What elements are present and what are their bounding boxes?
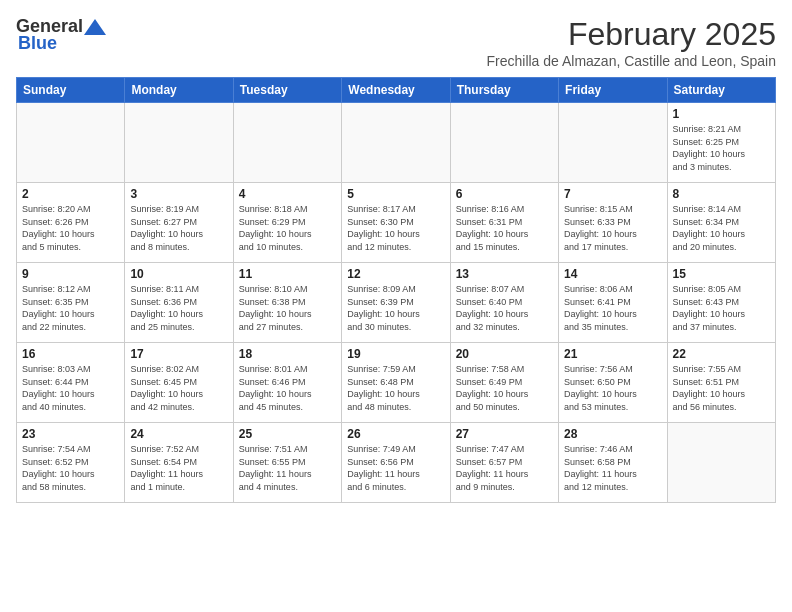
day-info: Sunrise: 7:56 AM Sunset: 6:50 PM Dayligh… — [564, 363, 661, 413]
day-number: 16 — [22, 347, 119, 361]
day-number: 9 — [22, 267, 119, 281]
day-info: Sunrise: 8:06 AM Sunset: 6:41 PM Dayligh… — [564, 283, 661, 333]
calendar-cell: 9Sunrise: 8:12 AM Sunset: 6:35 PM Daylig… — [17, 263, 125, 343]
day-info: Sunrise: 7:59 AM Sunset: 6:48 PM Dayligh… — [347, 363, 444, 413]
day-number: 27 — [456, 427, 553, 441]
day-number: 15 — [673, 267, 770, 281]
calendar-cell: 5Sunrise: 8:17 AM Sunset: 6:30 PM Daylig… — [342, 183, 450, 263]
day-number: 8 — [673, 187, 770, 201]
title-block: February 2025 Frechilla de Almazan, Cast… — [486, 16, 776, 69]
day-number: 3 — [130, 187, 227, 201]
day-number: 14 — [564, 267, 661, 281]
calendar-cell: 7Sunrise: 8:15 AM Sunset: 6:33 PM Daylig… — [559, 183, 667, 263]
day-info: Sunrise: 8:05 AM Sunset: 6:43 PM Dayligh… — [673, 283, 770, 333]
calendar-cell: 11Sunrise: 8:10 AM Sunset: 6:38 PM Dayli… — [233, 263, 341, 343]
day-number: 22 — [673, 347, 770, 361]
calendar-header-saturday: Saturday — [667, 78, 775, 103]
day-number: 2 — [22, 187, 119, 201]
calendar-cell: 6Sunrise: 8:16 AM Sunset: 6:31 PM Daylig… — [450, 183, 558, 263]
calendar-cell: 8Sunrise: 8:14 AM Sunset: 6:34 PM Daylig… — [667, 183, 775, 263]
day-info: Sunrise: 7:51 AM Sunset: 6:55 PM Dayligh… — [239, 443, 336, 493]
day-info: Sunrise: 7:47 AM Sunset: 6:57 PM Dayligh… — [456, 443, 553, 493]
calendar-cell: 1Sunrise: 8:21 AM Sunset: 6:25 PM Daylig… — [667, 103, 775, 183]
calendar-cell: 4Sunrise: 8:18 AM Sunset: 6:29 PM Daylig… — [233, 183, 341, 263]
calendar-header-thursday: Thursday — [450, 78, 558, 103]
day-info: Sunrise: 7:58 AM Sunset: 6:49 PM Dayligh… — [456, 363, 553, 413]
day-info: Sunrise: 8:10 AM Sunset: 6:38 PM Dayligh… — [239, 283, 336, 333]
day-number: 24 — [130, 427, 227, 441]
logo: General Blue — [16, 16, 107, 54]
calendar-cell — [125, 103, 233, 183]
day-number: 4 — [239, 187, 336, 201]
day-info: Sunrise: 8:07 AM Sunset: 6:40 PM Dayligh… — [456, 283, 553, 333]
day-info: Sunrise: 8:17 AM Sunset: 6:30 PM Dayligh… — [347, 203, 444, 253]
day-info: Sunrise: 8:19 AM Sunset: 6:27 PM Dayligh… — [130, 203, 227, 253]
day-number: 26 — [347, 427, 444, 441]
calendar-cell: 18Sunrise: 8:01 AM Sunset: 6:46 PM Dayli… — [233, 343, 341, 423]
calendar-cell: 22Sunrise: 7:55 AM Sunset: 6:51 PM Dayli… — [667, 343, 775, 423]
calendar-cell: 15Sunrise: 8:05 AM Sunset: 6:43 PM Dayli… — [667, 263, 775, 343]
day-number: 10 — [130, 267, 227, 281]
logo-blue-text: Blue — [16, 33, 57, 54]
calendar-cell — [667, 423, 775, 503]
day-number: 5 — [347, 187, 444, 201]
month-title: February 2025 — [486, 16, 776, 53]
calendar-cell: 17Sunrise: 8:02 AM Sunset: 6:45 PM Dayli… — [125, 343, 233, 423]
day-number: 20 — [456, 347, 553, 361]
calendar-cell: 21Sunrise: 7:56 AM Sunset: 6:50 PM Dayli… — [559, 343, 667, 423]
page-header: General Blue February 2025 Frechilla de … — [16, 16, 776, 69]
calendar-cell: 23Sunrise: 7:54 AM Sunset: 6:52 PM Dayli… — [17, 423, 125, 503]
day-number: 12 — [347, 267, 444, 281]
day-info: Sunrise: 8:02 AM Sunset: 6:45 PM Dayligh… — [130, 363, 227, 413]
calendar-cell: 16Sunrise: 8:03 AM Sunset: 6:44 PM Dayli… — [17, 343, 125, 423]
calendar-cell: 3Sunrise: 8:19 AM Sunset: 6:27 PM Daylig… — [125, 183, 233, 263]
calendar-cell: 27Sunrise: 7:47 AM Sunset: 6:57 PM Dayli… — [450, 423, 558, 503]
calendar-cell: 26Sunrise: 7:49 AM Sunset: 6:56 PM Dayli… — [342, 423, 450, 503]
calendar-header-monday: Monday — [125, 78, 233, 103]
calendar-cell — [450, 103, 558, 183]
calendar-cell: 19Sunrise: 7:59 AM Sunset: 6:48 PM Dayli… — [342, 343, 450, 423]
calendar-cell: 12Sunrise: 8:09 AM Sunset: 6:39 PM Dayli… — [342, 263, 450, 343]
day-info: Sunrise: 8:03 AM Sunset: 6:44 PM Dayligh… — [22, 363, 119, 413]
day-info: Sunrise: 8:14 AM Sunset: 6:34 PM Dayligh… — [673, 203, 770, 253]
calendar-cell: 28Sunrise: 7:46 AM Sunset: 6:58 PM Dayli… — [559, 423, 667, 503]
calendar-header-sunday: Sunday — [17, 78, 125, 103]
location-title: Frechilla de Almazan, Castille and Leon,… — [486, 53, 776, 69]
day-info: Sunrise: 8:09 AM Sunset: 6:39 PM Dayligh… — [347, 283, 444, 333]
day-number: 13 — [456, 267, 553, 281]
calendar-cell: 25Sunrise: 7:51 AM Sunset: 6:55 PM Dayli… — [233, 423, 341, 503]
calendar-cell — [342, 103, 450, 183]
calendar-week-row: 9Sunrise: 8:12 AM Sunset: 6:35 PM Daylig… — [17, 263, 776, 343]
calendar-cell: 10Sunrise: 8:11 AM Sunset: 6:36 PM Dayli… — [125, 263, 233, 343]
day-info: Sunrise: 7:54 AM Sunset: 6:52 PM Dayligh… — [22, 443, 119, 493]
calendar-cell: 14Sunrise: 8:06 AM Sunset: 6:41 PM Dayli… — [559, 263, 667, 343]
day-info: Sunrise: 8:21 AM Sunset: 6:25 PM Dayligh… — [673, 123, 770, 173]
day-info: Sunrise: 7:55 AM Sunset: 6:51 PM Dayligh… — [673, 363, 770, 413]
day-info: Sunrise: 8:18 AM Sunset: 6:29 PM Dayligh… — [239, 203, 336, 253]
calendar-header-tuesday: Tuesday — [233, 78, 341, 103]
logo-icon — [84, 19, 106, 35]
day-info: Sunrise: 7:52 AM Sunset: 6:54 PM Dayligh… — [130, 443, 227, 493]
day-number: 7 — [564, 187, 661, 201]
calendar-cell: 20Sunrise: 7:58 AM Sunset: 6:49 PM Dayli… — [450, 343, 558, 423]
day-number: 17 — [130, 347, 227, 361]
calendar-week-row: 2Sunrise: 8:20 AM Sunset: 6:26 PM Daylig… — [17, 183, 776, 263]
calendar-week-row: 1Sunrise: 8:21 AM Sunset: 6:25 PM Daylig… — [17, 103, 776, 183]
day-number: 1 — [673, 107, 770, 121]
day-info: Sunrise: 8:11 AM Sunset: 6:36 PM Dayligh… — [130, 283, 227, 333]
calendar-cell: 24Sunrise: 7:52 AM Sunset: 6:54 PM Dayli… — [125, 423, 233, 503]
svg-marker-0 — [84, 19, 106, 35]
calendar-cell: 13Sunrise: 8:07 AM Sunset: 6:40 PM Dayli… — [450, 263, 558, 343]
calendar-header-friday: Friday — [559, 78, 667, 103]
calendar-table: SundayMondayTuesdayWednesdayThursdayFrid… — [16, 77, 776, 503]
day-number: 19 — [347, 347, 444, 361]
day-number: 28 — [564, 427, 661, 441]
day-number: 21 — [564, 347, 661, 361]
day-info: Sunrise: 7:46 AM Sunset: 6:58 PM Dayligh… — [564, 443, 661, 493]
day-number: 18 — [239, 347, 336, 361]
calendar-cell: 2Sunrise: 8:20 AM Sunset: 6:26 PM Daylig… — [17, 183, 125, 263]
day-info: Sunrise: 8:12 AM Sunset: 6:35 PM Dayligh… — [22, 283, 119, 333]
calendar-week-row: 23Sunrise: 7:54 AM Sunset: 6:52 PM Dayli… — [17, 423, 776, 503]
day-number: 11 — [239, 267, 336, 281]
day-info: Sunrise: 8:16 AM Sunset: 6:31 PM Dayligh… — [456, 203, 553, 253]
